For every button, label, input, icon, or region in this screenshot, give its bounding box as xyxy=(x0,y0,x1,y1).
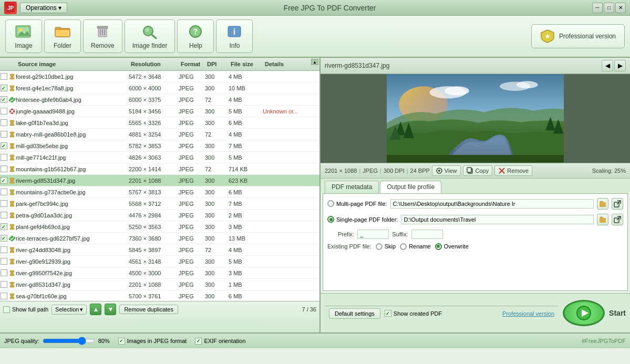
start-button[interactable] xyxy=(563,300,605,326)
preview-prev-button[interactable]: ◀ xyxy=(602,60,613,71)
exif-checkbox[interactable]: ✓ EXIF orientation xyxy=(195,338,245,345)
row-checkbox[interactable]: ✓ xyxy=(1,223,7,230)
row-checkbox[interactable]: ✓ xyxy=(1,85,7,91)
close-button[interactable]: ✕ xyxy=(615,3,626,13)
list-item[interactable]: mabry-mill-gea86b01e8.jpg 4881 × 3254 JP… xyxy=(0,129,319,140)
row-checkbox[interactable]: ✓ xyxy=(1,142,7,149)
status-icon xyxy=(8,85,16,92)
remove-button[interactable]: Remove xyxy=(83,19,122,53)
list-item[interactable]: ✓ mill-gd03be5ebe.jpg 5782 × 3853 JPEG 3… xyxy=(0,140,319,152)
remove-duplicates-button[interactable]: Remove duplicates xyxy=(119,305,178,314)
skip-radio-label[interactable]: Skip xyxy=(376,243,396,250)
list-item[interactable]: ✓ forest-g4e1ec78a8.jpg 6000 × 4000 JPEG… xyxy=(0,82,319,94)
row-checkbox[interactable] xyxy=(1,200,7,207)
row-checkbox[interactable] xyxy=(1,258,7,265)
row-checkbox[interactable]: ✓ xyxy=(1,235,7,242)
rename-radio-label[interactable]: Rename xyxy=(400,243,431,250)
skip-radio[interactable] xyxy=(376,243,383,250)
folder-button[interactable]: Folder xyxy=(44,19,81,53)
single-page-radio[interactable] xyxy=(327,216,334,223)
list-item[interactable]: river-g90e912939.jpg 4561 × 3148 JPEG 30… xyxy=(0,256,319,267)
show-created-pdf-checkbox[interactable]: ✓ Show created PDF xyxy=(385,310,442,317)
list-item[interactable]: lake-g0f1b7ea3d.jpg 5565 × 3326 JPEG 300… xyxy=(0,117,319,129)
list-item[interactable]: ✓ rice-terraces-gd6227bf57.jpg 7360 × 36… xyxy=(0,233,319,244)
rename-radio[interactable] xyxy=(400,243,407,250)
list-item[interactable]: river-g9950f7542e.jpg 4500 × 3000 JPEG 3… xyxy=(0,267,319,279)
list-item[interactable]: mill-ge7714c21f.jpg 4826 × 3063 JPEG 300… xyxy=(0,152,319,163)
pro-version-button[interactable]: ★ Professional version xyxy=(531,24,625,48)
copy-button[interactable]: Copy xyxy=(463,165,493,176)
row-checkbox[interactable]: ✓ xyxy=(1,177,7,184)
remove-preview-button[interactable]: Remove xyxy=(494,165,532,176)
default-settings-button[interactable]: Default settings xyxy=(329,308,380,319)
row-checkbox[interactable] xyxy=(1,269,7,276)
row-checkbox[interactable] xyxy=(1,73,7,80)
multi-page-open-button[interactable] xyxy=(612,198,623,210)
suffix-input[interactable] xyxy=(411,230,443,239)
row-checkbox[interactable] xyxy=(1,131,7,138)
single-page-radio-label[interactable]: Single-page PDF folder: xyxy=(327,216,398,223)
list-item[interactable]: park-gef7bc994c.jpg 5568 × 3712 JPEG 300… xyxy=(0,198,319,210)
help-button[interactable]: ? Help xyxy=(177,19,214,53)
list-item[interactable]: ✓ hintersee-gbfe9b0ab4.jpg 6000 × 3375 J… xyxy=(0,94,319,106)
status-icon xyxy=(8,131,16,138)
image-finder-button[interactable]: Image finder xyxy=(125,19,175,53)
show-path-checkbox[interactable]: Show full path xyxy=(3,306,48,313)
list-item[interactable]: mountains-g737acbe0e.jpg 5767 × 3813 JPE… xyxy=(0,186,319,198)
overwrite-radio[interactable] xyxy=(435,243,442,250)
left-bottom-row1: Show full path Selection ▾ ▲ ▼ Remove du… xyxy=(3,304,316,315)
multi-page-radio[interactable] xyxy=(327,200,334,207)
quality-slider[interactable] xyxy=(43,337,95,345)
row-checkbox[interactable]: ✓ xyxy=(1,96,7,103)
preview-next-button[interactable]: ▶ xyxy=(614,60,626,71)
overwrite-radio-label[interactable]: Overwrite xyxy=(435,243,469,250)
preview-area xyxy=(321,74,630,163)
separator1: | xyxy=(359,168,360,174)
maximize-button[interactable]: □ xyxy=(604,3,614,13)
row-checkbox[interactable] xyxy=(1,165,7,172)
nav-up-button[interactable]: ▲ xyxy=(90,304,101,315)
list-item[interactable]: ✓ riverm-gd8531d347.jpg 2201 × 1088 JPEG… xyxy=(0,175,319,186)
list-item[interactable]: forest-g29c10dbe1.jpg 5472 × 3648 JPEG 3… xyxy=(0,71,319,82)
prefix-input[interactable] xyxy=(357,230,389,239)
list-item[interactable]: sea-g70bf1c60e.jpg 5700 × 3761 JPEG 300 … xyxy=(0,290,319,301)
row-checkbox[interactable] xyxy=(1,281,7,288)
tab-output-profile[interactable]: Output file profile xyxy=(380,181,441,193)
cell-fmt: JPEG xyxy=(179,270,205,276)
images-jpeg-checkbox[interactable]: ✓ Images in JPEG format xyxy=(118,338,187,345)
info-button[interactable]: i Info xyxy=(216,19,253,53)
multi-page-radio-label[interactable]: Multi-page PDF file: xyxy=(327,200,387,207)
minimize-button[interactable]: ─ xyxy=(592,3,603,13)
nav-down-button[interactable]: ▼ xyxy=(105,304,116,315)
row-checkbox[interactable] xyxy=(1,293,7,299)
tab-metadata[interactable]: PDF metadata xyxy=(325,181,379,193)
row-checkbox[interactable] xyxy=(1,189,7,195)
list-item[interactable]: river-g24dd83048.jpg 5845 × 3897 JPEG 72… xyxy=(0,244,319,256)
view-button[interactable]: View xyxy=(432,165,461,176)
row-checkbox[interactable] xyxy=(1,154,7,161)
cell-name: mill-gd03be5ebe.jpg xyxy=(16,143,129,149)
scroll-up-button[interactable]: ▲ xyxy=(311,59,318,65)
row-checkbox[interactable] xyxy=(1,212,7,219)
row-checkbox[interactable] xyxy=(1,108,7,115)
list-item[interactable]: ✓ plant-gefd4b69cd.jpg 5250 × 3563 JPEG … xyxy=(0,221,319,233)
single-page-browse-button[interactable] xyxy=(597,214,608,225)
single-page-path-input[interactable] xyxy=(401,215,594,224)
cell-res: 7360 × 3680 xyxy=(129,235,179,242)
list-item[interactable]: petra-g9d01aa3dc.jpg 4476 × 2984 JPEG 30… xyxy=(0,210,319,221)
image-button[interactable]: Image xyxy=(5,19,42,53)
list-item[interactable]: river-gd8531d347.jpg 2201 × 1088 JPEG 30… xyxy=(0,279,319,290)
cell-name: forest-g4e1ec78a8.jpg xyxy=(16,85,129,91)
selection-button[interactable]: Selection ▾ xyxy=(51,305,87,315)
operations-button[interactable]: Operations ▾ xyxy=(20,3,67,13)
multi-page-browse-button[interactable] xyxy=(597,198,608,210)
multi-page-path-input[interactable] xyxy=(390,199,594,209)
row-checkbox[interactable] xyxy=(1,119,7,126)
status-icon xyxy=(8,212,16,219)
row-checkbox[interactable] xyxy=(1,246,7,253)
list-item[interactable]: mountains-g1b5612b67.jpg 2200 × 1414 JPE… xyxy=(0,163,319,175)
single-page-open-button[interactable] xyxy=(612,214,623,225)
pro-version-link[interactable]: Professional version xyxy=(502,310,554,317)
list-item[interactable]: jungle-gaaaad9488.jpg 5184 × 3456 JPEG 3… xyxy=(0,106,319,117)
remove-icon xyxy=(94,23,111,40)
